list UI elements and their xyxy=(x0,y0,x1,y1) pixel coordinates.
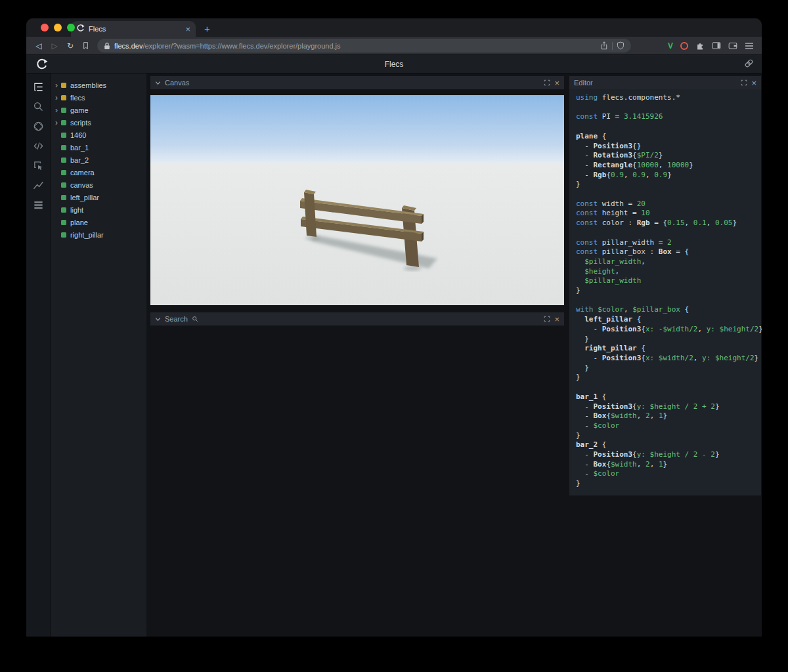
editor-code[interactable]: using flecs.components.* const PI = 3.14… xyxy=(569,89,761,495)
extensions-puzzle-icon[interactable] xyxy=(695,41,705,51)
entity-kind-swatch xyxy=(61,95,66,100)
search-icon[interactable] xyxy=(32,100,45,113)
tab-close-icon[interactable]: × xyxy=(185,25,190,33)
browser-tab[interactable]: Flecs × xyxy=(71,21,196,37)
search-panel-title: Search xyxy=(165,315,188,323)
share-icon[interactable] xyxy=(600,41,608,50)
code-line: $pillar_width xyxy=(576,276,758,286)
editor-panel-header: Editor × xyxy=(569,76,761,89)
code-line: const height = 10 xyxy=(576,209,758,219)
tab-title: Flecs xyxy=(89,25,181,33)
tree-item-canvas[interactable]: canvas xyxy=(51,178,146,191)
extension-record-icon[interactable] xyxy=(680,42,688,50)
entity-tree: ›assemblies›flecs›game›scripts1460bar_1b… xyxy=(51,74,146,637)
code-line: bar_1 { xyxy=(576,392,758,402)
url-bar[interactable]: flecs.dev/explorer/?wasm=https://www.fle… xyxy=(97,39,631,52)
entity-kind-swatch xyxy=(61,207,66,213)
code-line: $height, xyxy=(576,267,758,277)
tree-item-bar_2[interactable]: bar_2 xyxy=(51,154,146,166)
code-line: - Rectangle{10000, 10000} xyxy=(576,161,758,171)
code-line xyxy=(576,122,758,132)
code-line: - Position3{} xyxy=(576,142,758,152)
commands-list-icon[interactable] xyxy=(32,198,45,211)
code-line: } xyxy=(576,431,758,441)
fullscreen-icon[interactable] xyxy=(741,79,747,86)
app-header: Flecs xyxy=(26,55,762,74)
fullscreen-icon[interactable] xyxy=(544,79,550,86)
code-line: - Box{$width, 2, 1} xyxy=(576,460,758,470)
code-line: - Position3{x: -$width/2, y: $height/2} xyxy=(576,325,758,335)
canvas-panel-title: Canvas xyxy=(165,79,189,87)
code-line: using flecs.components.* xyxy=(576,93,758,103)
tree-item-label: left_pillar xyxy=(70,194,99,201)
tab-favicon-flecs-icon xyxy=(76,23,85,35)
tree-item-label: game xyxy=(70,106,89,114)
code-line: const color : Rgb = {0.15, 0.1, 0.05} xyxy=(576,219,758,228)
back-button[interactable]: ◁ xyxy=(32,42,46,50)
tree-item-game[interactable]: ›game xyxy=(51,104,146,116)
code-line: const pillar_box : Box = { xyxy=(576,247,758,257)
inspect-cursor-icon[interactable] xyxy=(32,159,45,172)
bookmark-icon[interactable] xyxy=(79,41,92,50)
url-path: /explorer/?wasm=https://www.flecs.dev/ex… xyxy=(142,42,340,50)
code-line: } xyxy=(576,373,758,383)
minimize-window-button[interactable] xyxy=(54,24,62,32)
stats-chart-icon[interactable] xyxy=(32,178,45,192)
canvas-panel-header: Canvas × xyxy=(150,76,564,89)
browser-window: Flecs × + ◁ ▷ ↻ flecs.dev/explorer/?wasm… xyxy=(26,18,762,637)
sidebar-toggle-icon[interactable] xyxy=(712,41,721,50)
chevron-right-icon[interactable]: › xyxy=(55,94,61,102)
zoom-window-button[interactable] xyxy=(67,24,75,32)
chevron-down-icon[interactable] xyxy=(155,80,161,86)
chevron-right-icon[interactable]: › xyxy=(55,106,61,114)
chevron-down-icon[interactable] xyxy=(155,316,161,322)
tree-item-scripts[interactable]: ›scripts xyxy=(51,116,146,129)
new-tab-button[interactable]: + xyxy=(204,24,210,33)
close-window-button[interactable] xyxy=(41,24,49,32)
close-icon[interactable]: × xyxy=(554,79,559,87)
tree-item-light[interactable]: light xyxy=(51,203,146,216)
forward-button[interactable]: ▷ xyxy=(47,42,62,50)
tree-item-label: bar_2 xyxy=(70,156,89,164)
entity-kind-swatch xyxy=(61,83,66,88)
code-icon[interactable] xyxy=(32,139,45,152)
code-line: - Position3{y: $height / 2 + 2} xyxy=(576,402,758,412)
code-line: left_pillar { xyxy=(576,315,758,325)
tree-item-label: 1460 xyxy=(70,131,86,139)
extension-v-icon[interactable]: V xyxy=(668,41,673,51)
tree-item-bar_1[interactable]: bar_1 xyxy=(51,141,146,154)
query-sphere-icon[interactable] xyxy=(32,119,45,133)
tree-item-assemblies[interactable]: ›assemblies xyxy=(51,79,146,91)
tree-item-right_pillar[interactable]: right_pillar xyxy=(51,228,146,241)
chevron-right-icon[interactable]: › xyxy=(55,119,61,127)
menu-icon[interactable] xyxy=(745,42,754,50)
lock-icon xyxy=(104,42,110,50)
code-line: - $color xyxy=(576,469,758,479)
entity-kind-swatch xyxy=(61,182,66,188)
canvas-3d-viewport[interactable] xyxy=(150,95,564,305)
entity-kind-swatch xyxy=(61,120,66,125)
share-link-icon[interactable] xyxy=(744,58,754,68)
tree-item-camera[interactable]: camera xyxy=(51,166,146,178)
main-area: Canvas × xyxy=(146,74,762,637)
traffic-lights xyxy=(41,24,75,32)
tree-item-plane[interactable]: plane xyxy=(51,216,146,228)
tree-item-1460[interactable]: 1460 xyxy=(51,129,146,141)
page-title: Flecs xyxy=(385,60,404,69)
close-icon[interactable]: × xyxy=(751,79,756,87)
entity-tree-icon[interactable] xyxy=(32,80,45,93)
brave-shield-icon[interactable] xyxy=(617,41,624,50)
search-panel: Search × xyxy=(150,312,564,326)
chevron-right-icon[interactable]: › xyxy=(55,81,61,89)
fullscreen-icon[interactable] xyxy=(544,316,550,322)
wallet-icon[interactable] xyxy=(728,41,737,50)
close-icon[interactable]: × xyxy=(554,315,559,324)
scene-fence-render xyxy=(150,95,564,305)
tree-item-label: camera xyxy=(70,169,95,177)
code-line: } xyxy=(576,286,758,296)
tree-item-label: light xyxy=(70,206,83,214)
tree-item-left_pillar[interactable]: left_pillar xyxy=(51,191,146,203)
tab-strip: Flecs × + xyxy=(26,18,762,37)
tree-item-flecs[interactable]: ›flecs xyxy=(51,91,146,104)
reload-button[interactable]: ↻ xyxy=(63,42,77,50)
